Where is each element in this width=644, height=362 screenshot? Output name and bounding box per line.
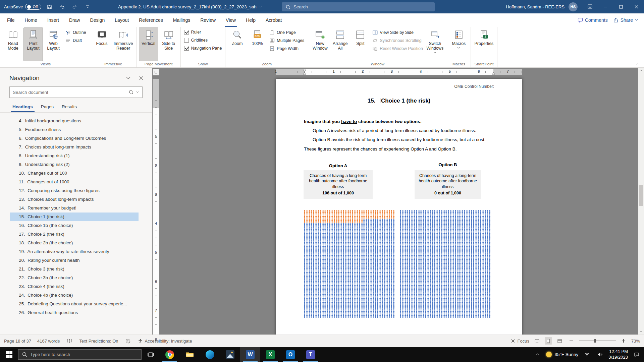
zoom-out-button[interactable]	[568, 337, 575, 345]
nav-search-input[interactable]	[13, 90, 126, 95]
zoom-slider[interactable]	[579, 338, 616, 344]
user-name[interactable]: Hoffmann, Sandra - REE-ERS	[506, 4, 565, 9]
taskbar-app-word[interactable]: W	[240, 347, 260, 362]
zoom-percentage[interactable]: 73%	[631, 339, 640, 344]
document-title[interactable]: Appendix 2. US Adult chronic survey_2_17…	[118, 0, 263, 13]
maximize-button[interactable]	[613, 0, 629, 13]
arrange-all-button[interactable]: Arrange All	[330, 27, 350, 61]
scroll-up-button[interactable]	[638, 68, 644, 74]
nav-heading-item[interactable]: 8. Understanding risk (1)	[10, 152, 139, 160]
split-button[interactable]: Split	[351, 27, 370, 61]
ribbon-tab-design[interactable]: Design	[85, 13, 110, 27]
ribbon-tab-file[interactable]: File	[2, 13, 20, 27]
ribbon-tab-insert[interactable]: Insert	[42, 13, 64, 27]
nav-heading-item[interactable]: 22. Choice 3b (the choice)	[10, 274, 139, 282]
redo-button[interactable]	[70, 2, 79, 11]
editor-icon[interactable]	[124, 337, 132, 345]
ribbon-tab-home[interactable]: Home	[20, 13, 42, 27]
taskbar-app-outlook[interactable]: O	[280, 347, 301, 362]
autosave-switch[interactable]: Off	[25, 4, 41, 10]
hidden-icons-chevron[interactable]	[533, 350, 541, 360]
ribbon-tab-mailings[interactable]: Mailings	[168, 13, 195, 27]
nav-heading-item[interactable]: 4. Initial background questions	[10, 117, 139, 125]
read-mode-view-button[interactable]	[533, 337, 541, 345]
nav-heading-item[interactable]: 23. Choice 4 (the risk)	[10, 282, 139, 291]
nav-heading-item[interactable]: 9. Understanding risk (2)	[10, 160, 139, 169]
search-icon[interactable]	[129, 90, 133, 95]
text-predictions-status[interactable]: Text Predictions: On	[79, 339, 118, 344]
nav-tab-pages[interactable]: Pages	[37, 102, 57, 112]
web-layout-view-button[interactable]	[556, 337, 564, 345]
nav-heading-item[interactable]: 12. Comparing risks using these figures	[10, 186, 139, 195]
comments-button[interactable]: Comments	[578, 17, 608, 23]
scrollbar-thumb[interactable]	[639, 185, 643, 206]
web-layout-button[interactable]: Web Layout	[44, 27, 63, 61]
document-canvas[interactable]: OMB Control Number: 15.Choice 1 (the ris…	[160, 76, 638, 335]
macros-button[interactable]: Macros	[449, 27, 469, 61]
nav-tab-results[interactable]: Results	[58, 102, 80, 112]
first-line-indent-marker[interactable]	[303, 69, 306, 72]
reset-window-position-button[interactable]: Reset Window Position	[371, 45, 425, 52]
navigation-pane-checkbox-row[interactable]: Navigation Pane	[183, 45, 223, 52]
ribbon-display-options-button[interactable]	[582, 0, 598, 13]
nav-search-box[interactable]	[9, 86, 143, 98]
taskbar-search-box[interactable]	[18, 349, 142, 360]
nav-heading-item[interactable]: 19. An alternative way to rate illness s…	[10, 247, 139, 256]
navigation-pane-close-button[interactable]	[139, 76, 143, 80]
one-page-button[interactable]: One Page	[268, 29, 306, 36]
right-indent-marker[interactable]	[492, 72, 495, 75]
network-icon[interactable]	[583, 350, 591, 360]
ribbon-tab-acrobat[interactable]: Acrobat	[261, 13, 287, 27]
start-button[interactable]	[0, 347, 18, 362]
vertical-button[interactable]: Vertical	[139, 27, 158, 61]
view-side-by-side-button[interactable]: View Side by Side	[371, 29, 425, 36]
nav-heading-item[interactable]: 15. Choice 1 (the risk)	[10, 213, 139, 221]
print-layout-button[interactable]: Print Layout	[23, 27, 43, 61]
nav-heading-item[interactable]: 24. Choice 4b (the choice)	[10, 291, 139, 300]
v-ruler[interactable]: 12345678	[152, 76, 160, 335]
page-width-button[interactable]: Page Width	[268, 45, 306, 52]
read-mode-button[interactable]: Read Mode	[3, 27, 23, 61]
share-button[interactable]: Share	[613, 17, 638, 23]
ribbon-tab-help[interactable]: Help	[241, 13, 261, 27]
taskbar-app-file-explorer[interactable]	[180, 347, 200, 362]
zoom-in-button[interactable]	[620, 337, 627, 345]
ribbon-tab-review[interactable]: Review	[195, 13, 221, 27]
side-to-side-button[interactable]: Side to Side	[159, 27, 178, 61]
user-avatar[interactable]: HS	[569, 2, 578, 11]
nav-heading-item[interactable]: 5. Foodborne illness	[10, 125, 139, 134]
ribbon-tab-view[interactable]: View	[221, 13, 241, 27]
nav-heading-item[interactable]: 7. Choices about long-term impacts	[10, 143, 139, 152]
document-page[interactable]: OMB Control Number: 15.Choice 1 (the ris…	[276, 79, 522, 335]
ruler-checkbox[interactable]	[184, 30, 189, 35]
nav-heading-item[interactable]: 18. Choice 2b (the choice)	[10, 239, 139, 247]
word-count[interactable]: 4167 words	[37, 339, 60, 344]
navigation-pane-checkbox[interactable]	[184, 46, 189, 51]
ribbon-tab-layout[interactable]: Layout	[110, 13, 134, 27]
scroll-down-button[interactable]	[638, 328, 644, 335]
collapse-ribbon-button[interactable]	[636, 63, 640, 65]
close-button[interactable]	[629, 0, 644, 13]
task-view-button[interactable]	[142, 347, 160, 362]
nav-heading-item[interactable]: 16. Choice 1b (the choice)	[10, 221, 139, 230]
ruler-checkbox-row[interactable]: Ruler	[183, 29, 223, 36]
save-button[interactable]	[45, 2, 54, 11]
nav-heading-item[interactable]: 11. Changes out of 1000	[10, 178, 139, 186]
vertical-scrollbar[interactable]	[638, 68, 644, 335]
nav-heading-item[interactable]: 26. General health questions	[10, 308, 139, 317]
proofing-icon[interactable]	[66, 337, 73, 345]
gridlines-checkbox-row[interactable]: Gridlines	[183, 37, 223, 44]
zoom-slider-thumb[interactable]	[594, 339, 596, 343]
zoom-100-button[interactable]: 100 100%	[248, 27, 267, 61]
zoom-button[interactable]: Zoom	[227, 27, 247, 61]
gridlines-checkbox[interactable]	[184, 38, 189, 43]
action-center-icon[interactable]	[633, 350, 641, 360]
new-window-button[interactable]: New Window	[310, 27, 330, 61]
taskbar-app-teams[interactable]: T	[301, 347, 321, 362]
clock[interactable]: 12:41 PM 3/19/2023	[608, 349, 628, 360]
nav-heading-item[interactable]: 21. Choice 3 (the risk)	[10, 265, 139, 274]
titlebar-search-input[interactable]	[293, 4, 431, 9]
h-ruler[interactable]: 11234567	[160, 68, 638, 76]
accessibility-status[interactable]: Accessibility: Investigate	[138, 339, 192, 344]
taskbar-search-input[interactable]	[30, 352, 138, 357]
